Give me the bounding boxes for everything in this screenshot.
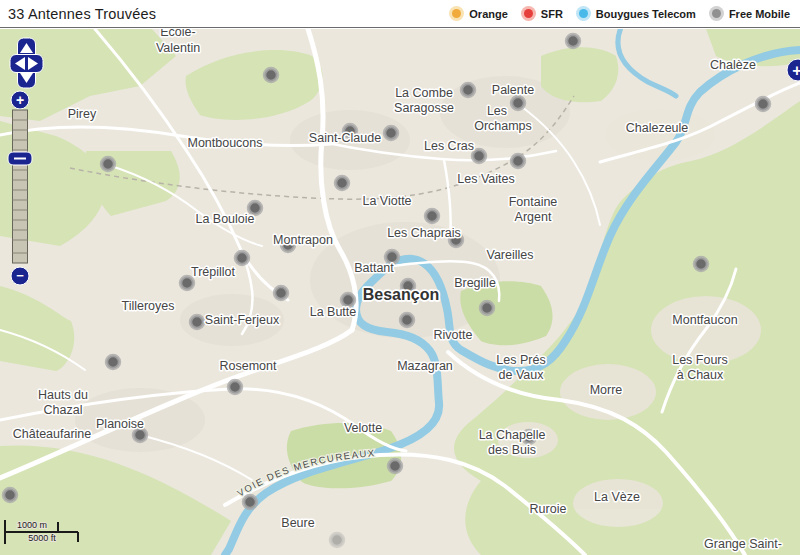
antenna-marker[interactable] xyxy=(695,258,708,271)
antenna-marker[interactable] xyxy=(265,69,278,82)
page-title: 33 Antennes Trouvées xyxy=(0,6,156,22)
map-container: École-ValentinPireyMontbouconsSaint-Clau… xyxy=(0,29,800,555)
legend-dot-inner xyxy=(452,9,461,18)
place-label: La Viotte xyxy=(362,194,411,208)
place-label: Orchamps xyxy=(474,119,532,133)
pan-horizontal-bar[interactable] xyxy=(10,55,43,73)
scale-metric: 1000 m xyxy=(17,520,47,530)
place-label: Vareilles xyxy=(486,248,533,262)
place-label: Les Vaites xyxy=(457,172,514,186)
place-label: Beure xyxy=(281,516,314,530)
legend-dot-inner xyxy=(524,9,533,18)
place-label: Pirey xyxy=(68,107,97,121)
place-label: Montfaucon xyxy=(672,313,737,327)
antenna-marker[interactable] xyxy=(244,496,257,509)
zoom-out-glyph: − xyxy=(16,268,24,283)
place-label: Chalèze xyxy=(710,58,756,72)
place-label: Rosemont xyxy=(220,359,277,373)
place-label: des Buis xyxy=(488,443,536,457)
antenna-marker[interactable] xyxy=(757,98,770,111)
header-bar: 33 Antennes Trouvées OrangeSFRBouygues T… xyxy=(0,0,800,28)
place-label: Hauts du xyxy=(38,388,88,402)
place-label: de Vaux xyxy=(499,368,545,382)
antenna-marker[interactable] xyxy=(229,381,242,394)
place-label: La Chapelle xyxy=(479,428,546,442)
legend-label: Orange xyxy=(469,8,508,20)
place-label: Argent xyxy=(515,210,552,224)
place-label: Tilleroyes xyxy=(121,299,174,313)
city-label-besancon: Besançon xyxy=(363,286,439,303)
antenna-marker[interactable] xyxy=(512,97,525,110)
legend-dot-inner xyxy=(712,9,721,18)
antenna-marker[interactable] xyxy=(102,158,115,171)
place-label: Battant xyxy=(354,261,394,275)
antenna-marker[interactable] xyxy=(236,252,249,265)
legend-dot xyxy=(449,6,464,21)
antenna-marker[interactable] xyxy=(389,460,402,473)
antenna-marker[interactable] xyxy=(385,127,398,140)
layer-switcher-glyph: + xyxy=(792,62,800,79)
place-label: Les Cras xyxy=(424,139,474,153)
antenna-marker[interactable] xyxy=(336,177,349,190)
antenna-marker[interactable] xyxy=(331,534,344,547)
place-label: à Chaux xyxy=(677,368,724,382)
place-label: Saint-Ferjeux xyxy=(205,313,280,327)
place-label: Saint-Claude xyxy=(309,131,381,145)
place-label: La Bouloie xyxy=(195,212,254,226)
place-label: Saragosse xyxy=(394,101,454,115)
place-label: Ruroie xyxy=(530,502,567,516)
place-label: La Vèze xyxy=(594,490,640,504)
legend-item-sfr[interactable]: SFR xyxy=(521,6,563,21)
place-label: Velotte xyxy=(344,421,382,435)
antenna-marker[interactable] xyxy=(481,302,494,315)
place-label: Valentin xyxy=(156,41,200,55)
antenna-marker[interactable] xyxy=(4,489,17,502)
place-label: Morre xyxy=(590,383,623,397)
legend-dot-inner xyxy=(579,9,588,18)
place-label: Les xyxy=(487,104,507,118)
antenna-marker[interactable] xyxy=(191,316,204,329)
place-label: Fontaine xyxy=(509,195,558,209)
antenna-marker[interactable] xyxy=(107,356,120,369)
place-label: Grange Saint- xyxy=(704,537,782,551)
legend-label: SFR xyxy=(541,8,563,20)
legend-dot xyxy=(576,6,591,21)
place-label: Montrapon xyxy=(273,233,333,247)
antenna-marker[interactable] xyxy=(426,210,439,223)
place-label: Mazagran xyxy=(397,359,453,373)
antenna-marker[interactable] xyxy=(567,35,580,48)
legend-item-bouygues-telecom[interactable]: Bouygues Telecom xyxy=(576,6,696,21)
antenna-marker[interactable] xyxy=(275,287,288,300)
antenna-marker[interactable] xyxy=(401,314,414,327)
antenna-marker[interactable] xyxy=(473,150,486,163)
place-label: Montboucons xyxy=(187,136,262,150)
place-label: Palente xyxy=(492,83,534,97)
place-label: Chazal xyxy=(44,403,83,417)
place-label: Bregille xyxy=(454,276,496,290)
scale-imperial: 5000 ft xyxy=(28,533,56,543)
place-label: Trépillot xyxy=(191,265,236,279)
place-label: La Butte xyxy=(310,305,357,319)
place-label: Châteaufarine xyxy=(13,427,92,441)
place-label: Planoise xyxy=(96,417,144,431)
legend-dot xyxy=(521,6,536,21)
legend: OrangeSFRBouygues TelecomFree Mobile xyxy=(449,6,800,21)
place-label: Chalezeule xyxy=(626,121,689,135)
place-label: Les Chaprais xyxy=(387,226,461,240)
place-label: Rivotte xyxy=(434,328,473,342)
map-canvas[interactable]: École-ValentinPireyMontbouconsSaint-Clau… xyxy=(0,29,800,555)
place-label: Les Prés xyxy=(496,353,545,367)
legend-dot xyxy=(709,6,724,21)
antenna-marker[interactable] xyxy=(462,84,475,97)
legend-label: Free Mobile xyxy=(729,8,790,20)
place-label: La Combe xyxy=(395,86,453,100)
legend-item-orange[interactable]: Orange xyxy=(449,6,508,21)
antenna-marker[interactable] xyxy=(512,155,525,168)
legend-item-free-mobile[interactable]: Free Mobile xyxy=(709,6,790,21)
legend-label: Bouygues Telecom xyxy=(596,8,696,20)
place-label: Les Fours xyxy=(672,353,728,367)
zoom-in-glyph: + xyxy=(16,92,24,108)
place-label: École- xyxy=(160,29,195,39)
